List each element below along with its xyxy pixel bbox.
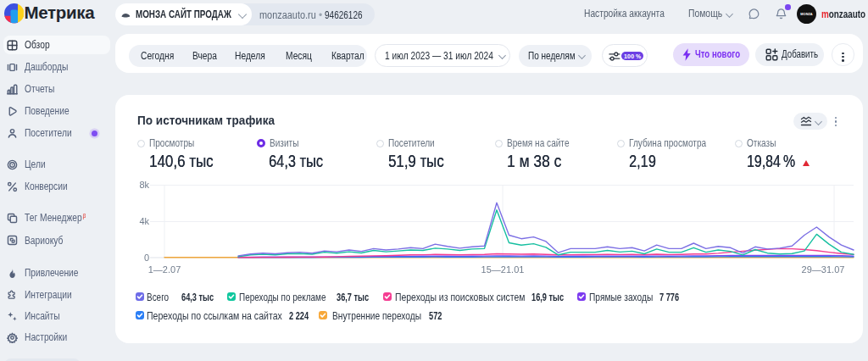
svg-text:0: 0 xyxy=(144,253,149,263)
svg-text:15—21.01: 15—21.01 xyxy=(481,264,525,275)
svg-text:8k: 8k xyxy=(139,180,149,190)
svg-text:29—31.07: 29—31.07 xyxy=(802,264,845,275)
svg-text:4k: 4k xyxy=(139,216,149,226)
svg-text:1—2.07: 1—2.07 xyxy=(148,264,181,275)
